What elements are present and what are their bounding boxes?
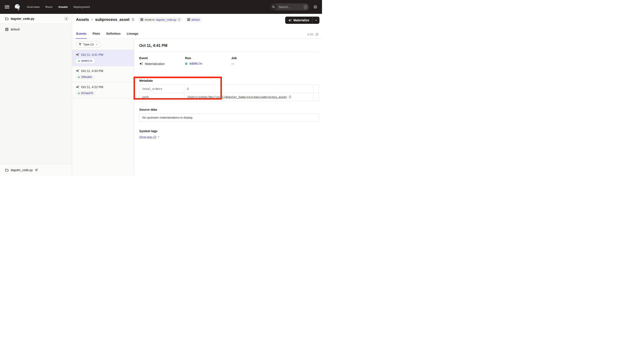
type-filter-label: Type (2) xyxy=(83,43,94,46)
search-input[interactable] xyxy=(278,5,300,9)
nav-links: Overview Runs Assets Deployment xyxy=(27,5,90,8)
page-title: subprocess_asset xyxy=(95,17,130,22)
filter-funnel-icon xyxy=(78,43,82,46)
event-timestamp: Oct 11, 4:33 PM xyxy=(81,69,103,72)
asset-location-prefix: Asset in xyxy=(144,18,154,21)
chevron-down-icon xyxy=(96,43,98,45)
reload-icon[interactable] xyxy=(35,169,38,172)
timer-countdown: 0:05 xyxy=(307,33,313,36)
copy-asset-name-icon[interactable] xyxy=(132,18,134,21)
materialize-dropdown-button[interactable] xyxy=(312,16,320,24)
asset-header: Assets subprocess_asset Asset in dagster… xyxy=(72,14,322,39)
event-list-item[interactable]: Oct 11, 4:22 PM 637aed75 xyxy=(72,82,134,98)
source-data-empty-message: No upstream materializations to display. xyxy=(142,116,193,119)
run-status-dot xyxy=(78,76,80,78)
metadata-heading: Metadata xyxy=(139,79,319,82)
event-detail-title: Oct 11, 4:41 PM xyxy=(139,43,319,48)
type-filter-button[interactable]: Type (2) xyxy=(76,41,101,47)
hamburger-menu-icon[interactable] xyxy=(5,5,9,9)
table-spacer-cell xyxy=(313,85,318,93)
nav-item-deployment[interactable]: Deployment xyxy=(74,5,90,8)
search-icon xyxy=(270,3,277,10)
asset-tabs: Events Plots Definition Lineage xyxy=(76,29,139,39)
event-list-item[interactable]: Oct 11, 4:33 PM 359cdbfc xyxy=(72,66,134,82)
event-detail-panel: Oct 11, 4:41 PM Event Materialization Ru… xyxy=(134,39,322,176)
run-id: 359cdbfc xyxy=(81,75,92,78)
run-status-dot xyxy=(78,60,80,62)
materialization-sparkle-icon xyxy=(76,53,79,56)
caret-down-icon xyxy=(158,136,160,138)
field-label: Run xyxy=(185,56,231,60)
field-event: Event Materialization xyxy=(139,56,185,65)
events-filter-bar: Type (2) xyxy=(72,39,134,50)
run-id-pill[interactable]: 9dbf617e xyxy=(76,58,94,63)
folder-icon xyxy=(5,168,8,172)
search-box[interactable]: / xyxy=(270,3,309,10)
materialization-sparkle-icon xyxy=(76,85,79,89)
field-label: Event xyxy=(139,56,185,60)
asset-count-badge: 1 xyxy=(64,16,69,21)
refresh-icon[interactable] xyxy=(315,33,318,36)
nav-item-overview[interactable]: Overview xyxy=(27,5,40,8)
refresh-timer: 0:05 xyxy=(307,33,318,36)
metadata-key: total_orders xyxy=(140,85,184,93)
materialize-label: Materialize xyxy=(294,18,309,22)
reload-icon[interactable] xyxy=(178,18,180,21)
asset-location-tag[interactable]: Asset in dagster_code.py xyxy=(138,17,182,22)
event-summary-fields: Event Materialization Run 9dbf617e Job — xyxy=(139,56,319,65)
gear-icon[interactable]: ⚙ xyxy=(313,5,317,9)
event-type-value: Materialization xyxy=(145,62,165,65)
show-tags-label: Show tags (2) xyxy=(139,135,156,139)
sidebar-item-group-default[interactable]: default xyxy=(0,27,72,32)
grid-icon xyxy=(140,18,143,21)
tab-plots[interactable]: Plots xyxy=(92,29,100,39)
group-label: default xyxy=(11,28,20,31)
top-nav: Overview Runs Assets Deployment / ⚙ xyxy=(0,0,322,14)
metadata-path-link[interactable]: /Users/yuhan/dev/local/dagster_home/stor… xyxy=(187,95,287,98)
dagster-logo-icon[interactable] xyxy=(14,3,21,11)
folder-icon xyxy=(5,17,8,20)
breadcrumb-assets-link[interactable]: Assets xyxy=(76,17,89,22)
asset-group-icon xyxy=(5,28,8,31)
event-timestamp: Oct 11, 4:22 PM xyxy=(81,85,103,89)
group-tag[interactable]: default xyxy=(185,17,202,22)
footer-code-location-label: dagster_code.py xyxy=(11,168,33,172)
materialize-button[interactable]: Materialize xyxy=(285,16,312,24)
run-id: 637aed75 xyxy=(81,92,93,95)
nav-item-assets[interactable]: Assets xyxy=(58,5,68,8)
asset-location-link[interactable]: dagster_code.py xyxy=(156,18,176,21)
search-shortcut-badge: / xyxy=(304,5,308,9)
tab-definition[interactable]: Definition xyxy=(106,29,121,39)
metadata-table: total_orders 2 path /Users/yuhan/dev/loc… xyxy=(139,85,319,101)
nav-right: / ⚙ xyxy=(270,3,317,10)
run-id-link[interactable]: 9dbf617e xyxy=(189,62,202,65)
metadata-key: path xyxy=(140,93,184,101)
event-list-item[interactable]: Oct 11, 4:41 PM 9dbf617e xyxy=(72,50,134,66)
field-label: Job xyxy=(231,56,277,60)
tab-lineage[interactable]: Lineage xyxy=(126,29,139,39)
divider xyxy=(139,51,319,51)
nav-item-runs[interactable]: Runs xyxy=(45,5,52,8)
events-list-panel: Type (2) Oct 11, 4:41 PM 9dbf617e Oct 11… xyxy=(72,39,134,176)
metadata-value: 2 xyxy=(184,85,313,93)
run-status-dot xyxy=(185,62,188,65)
run-id-pill[interactable]: 359cdbfc xyxy=(76,75,94,79)
breadcrumb: Assets subprocess_asset Asset in dagster… xyxy=(76,17,202,22)
run-id-pill[interactable]: 637aed75 xyxy=(76,91,96,95)
chevron-right-icon xyxy=(91,18,93,21)
group-tag-link[interactable]: default xyxy=(192,18,200,21)
code-location-label: dagster_code.py xyxy=(11,17,34,20)
copy-path-icon[interactable] xyxy=(288,95,292,98)
tab-events[interactable]: Events xyxy=(76,29,87,39)
table-spacer-cell xyxy=(313,93,318,101)
event-timestamp: Oct 11, 4:41 PM xyxy=(81,53,103,56)
source-data-heading: Source data xyxy=(139,108,319,111)
sparkle-icon xyxy=(288,18,292,22)
show-tags-toggle[interactable]: Show tags (2) xyxy=(139,135,160,139)
source-data-empty-box: No upstream materializations to display. xyxy=(139,114,319,121)
job-empty-value: — xyxy=(231,62,234,65)
sidebar-item-code-location[interactable]: dagster_code.py 1 xyxy=(0,14,72,24)
grid-icon xyxy=(187,18,190,21)
run-status-dot xyxy=(78,93,80,94)
materialize-split-button: Materialize xyxy=(285,16,320,24)
